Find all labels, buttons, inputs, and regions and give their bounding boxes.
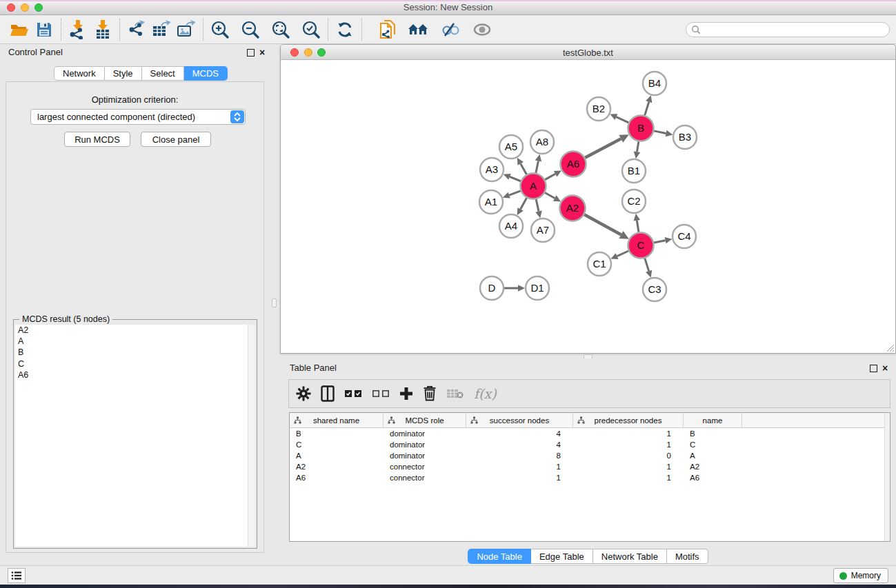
edge-A-A2[interactable]: [545, 193, 555, 199]
table-tabs: Node TableEdge TableNetwork TableMotifs: [280, 549, 896, 564]
edge-A-A8[interactable]: [536, 161, 539, 172]
tab-edge-table[interactable]: Edge Table: [531, 549, 593, 564]
run-mcds-button[interactable]: Run MCDS: [64, 132, 130, 147]
table-row[interactable]: A6connector11A6: [290, 472, 884, 483]
tab-select[interactable]: Select: [142, 66, 184, 81]
table-row[interactable]: Adominator80A: [290, 450, 884, 461]
resize-grip-icon[interactable]: [886, 343, 895, 352]
result-item[interactable]: C: [15, 358, 248, 369]
export-image-icon[interactable]: [174, 17, 199, 42]
close-panel-button[interactable]: Close panel: [141, 132, 211, 147]
tab-motifs[interactable]: Motifs: [667, 549, 708, 564]
memory-status-icon: [839, 572, 847, 580]
edge-A-A1[interactable]: [509, 191, 521, 195]
splitter-grip[interactable]: [272, 298, 277, 307]
tab-network[interactable]: Network: [54, 66, 105, 81]
node-label: A: [530, 180, 537, 192]
result-item[interactable]: A2: [15, 325, 248, 336]
edge-A2-C[interactable]: [584, 214, 621, 234]
network-window-title: testGlobe.txt: [281, 48, 895, 58]
save-session-icon[interactable]: [32, 17, 57, 42]
refresh-icon[interactable]: [332, 17, 357, 42]
open-file-icon[interactable]: [7, 17, 32, 42]
node-label: C2: [627, 195, 640, 207]
edge-B-B4[interactable]: [645, 102, 649, 116]
table-row[interactable]: Cdominator41C: [290, 439, 884, 450]
edge-C-C1[interactable]: [617, 251, 629, 256]
result-list-scrollbar[interactable]: [248, 325, 255, 547]
close-table-panel-icon[interactable]: ×: [882, 362, 888, 374]
table-body: Bdominator41BCdominator41CAdominator80AA…: [290, 428, 884, 541]
result-item[interactable]: A6: [15, 369, 248, 381]
table-row[interactable]: Bdominator41B: [290, 428, 884, 439]
table-cell: connector: [384, 461, 466, 472]
import-table-icon[interactable]: [90, 17, 115, 42]
edge-A-A3[interactable]: [510, 176, 521, 181]
float-panel-icon[interactable]: [247, 49, 255, 57]
float-table-panel-icon[interactable]: [870, 365, 877, 372]
column-header-predecessor-nodes[interactable]: predecessor nodes: [573, 413, 684, 428]
delete-table-icon[interactable]: [446, 383, 464, 404]
edge-A-A6[interactable]: [545, 174, 555, 179]
function-icon[interactable]: f(x): [474, 383, 497, 404]
control-panel-tabs: NetworkStyleSelectMCDS: [54, 66, 228, 81]
select-all-checkboxes-icon[interactable]: [344, 383, 362, 404]
arrowhead-icon: [535, 211, 541, 219]
deselect-all-checkboxes-icon[interactable]: [372, 383, 390, 404]
edge-A-A4[interactable]: [521, 198, 527, 209]
vertical-splitter[interactable]: [269, 44, 280, 565]
control-panel: Control Panel × NetworkStyleSelectMCDS O…: [0, 44, 269, 565]
edge-B-B2[interactable]: [616, 117, 628, 123]
edge-B-B1[interactable]: [637, 141, 638, 152]
table-cell: B: [290, 428, 384, 439]
trash-icon[interactable]: [423, 383, 437, 404]
edge-A-A7[interactable]: [536, 199, 539, 212]
add-icon[interactable]: [399, 383, 413, 404]
table-cell: A: [290, 450, 384, 461]
node-label: A2: [566, 202, 579, 214]
network-from-selection-icon[interactable]: [375, 17, 399, 42]
edge-A-A5[interactable]: [521, 163, 527, 174]
edge-B-B3[interactable]: [654, 131, 666, 134]
columns-icon[interactable]: [321, 383, 335, 404]
tab-mcds[interactable]: MCDS: [184, 66, 228, 81]
memory-button[interactable]: Memory: [833, 568, 888, 583]
criterion-dropdown[interactable]: largest connected component (directed): [30, 109, 246, 125]
network-graph-canvas[interactable]: B4B2BB3A8A5A6A3B1AC2A1A2A4A7C4CC1C3DD1: [281, 61, 895, 353]
eye-icon[interactable]: [470, 17, 495, 42]
result-item[interactable]: B: [15, 347, 248, 358]
table-row[interactable]: A2connector11A2: [290, 461, 884, 472]
zoom-fit-icon[interactable]: [268, 17, 293, 42]
gear-icon[interactable]: [296, 383, 311, 404]
result-item[interactable]: A: [15, 336, 248, 347]
import-network-icon[interactable]: [66, 17, 90, 42]
edge-A6-B[interactable]: [585, 139, 621, 158]
window-titlebar: Session: New Session: [0, 0, 896, 15]
search-field[interactable]: [686, 22, 890, 37]
export-network-icon[interactable]: [124, 17, 149, 42]
table-scrollbar[interactable]: [884, 413, 890, 541]
close-panel-icon[interactable]: ×: [259, 46, 265, 59]
search-icon: [691, 25, 701, 34]
task-list-button[interactable]: [8, 568, 26, 583]
zoom-out-icon[interactable]: [238, 17, 263, 42]
column-header-successor-nodes[interactable]: successor nodes: [466, 413, 573, 428]
edge-C-C3[interactable]: [645, 258, 649, 272]
tab-style[interactable]: Style: [105, 66, 142, 81]
zoom-selected-icon[interactable]: [299, 17, 323, 42]
hide-glasses-icon[interactable]: [438, 17, 463, 42]
tab-network-table[interactable]: Network Table: [593, 549, 667, 564]
node-label: A3: [486, 163, 498, 175]
zoom-in-icon[interactable]: [208, 17, 232, 42]
tab-node-table[interactable]: Node Table: [468, 549, 531, 564]
home-icon[interactable]: [406, 17, 431, 42]
column-header-name[interactable]: name: [684, 413, 742, 428]
column-header-shared-name[interactable]: shared name: [290, 413, 384, 428]
table-cell: 1: [573, 428, 684, 439]
edge-C-C4[interactable]: [654, 241, 665, 243]
mcds-result-group: MCDS result (5 nodes) A2ABCA6: [13, 319, 257, 549]
export-table-icon[interactable]: [149, 17, 174, 42]
search-input[interactable]: [704, 25, 876, 34]
column-header-MCDS-role[interactable]: MCDS role: [384, 413, 466, 428]
edge-C-C2[interactable]: [637, 221, 639, 232]
